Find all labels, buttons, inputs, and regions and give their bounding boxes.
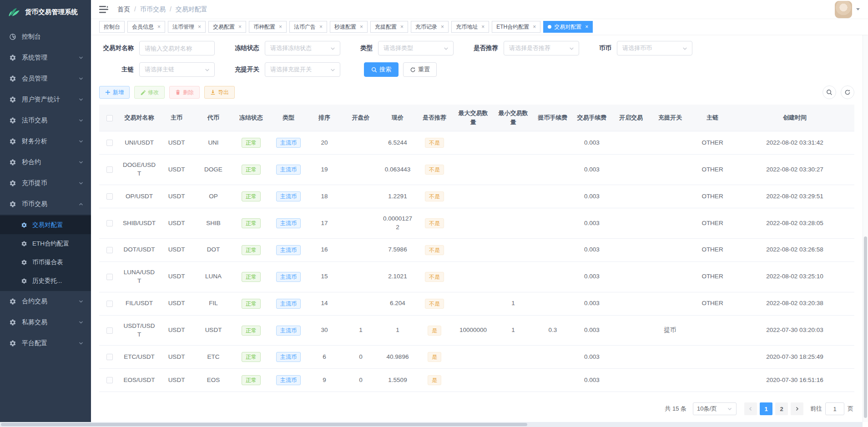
- sidebar-item-second-contract[interactable]: 秒合约: [0, 152, 91, 173]
- next-page-button[interactable]: [791, 402, 803, 415]
- delete-button[interactable]: 删除: [169, 86, 200, 99]
- sidebar-subitem-coin-match-table[interactable]: 币币撮合表: [0, 253, 91, 271]
- search-button[interactable]: 搜索: [364, 62, 399, 77]
- hamburger-icon[interactable]: [99, 5, 108, 14]
- sidebar-item-dashboard[interactable]: 控制台: [0, 26, 91, 47]
- close-icon[interactable]: ×: [279, 24, 282, 30]
- cell-price: 6.204: [379, 292, 416, 315]
- row-checkbox[interactable]: [106, 247, 113, 253]
- select-all-checkbox[interactable]: [106, 115, 113, 121]
- user-menu[interactable]: [835, 1, 860, 18]
- tab-4[interactable]: 币种配置×: [249, 21, 287, 33]
- add-button[interactable]: 新增: [99, 86, 130, 99]
- row-checkbox[interactable]: [106, 220, 113, 226]
- edit-button[interactable]: 修改: [134, 86, 165, 99]
- sidebar-item-platform-config[interactable]: 平台配置: [0, 333, 91, 354]
- horizontal-scrollbar[interactable]: [0, 422, 863, 427]
- sidebar-item-private-trade[interactable]: 私募交易: [0, 312, 91, 333]
- prev-page-button[interactable]: [744, 402, 757, 415]
- table-search-button[interactable]: [823, 85, 836, 99]
- cell-max_qty: [453, 292, 493, 315]
- sidebar-item-member[interactable]: 会员管理: [0, 68, 91, 89]
- tab-label: 交易对配置: [554, 23, 581, 31]
- sidebar-item-contract-trade[interactable]: 合约交易: [0, 291, 91, 312]
- row-checkbox[interactable]: [106, 140, 113, 146]
- cell-recommend: 不是: [416, 208, 453, 239]
- row-checkbox[interactable]: [106, 166, 113, 173]
- goto-page-input[interactable]: [825, 402, 844, 415]
- page-button-1[interactable]: 1: [760, 402, 772, 415]
- vertical-scrollbar-thumb[interactable]: [864, 236, 867, 418]
- recommend-badge: 不是: [425, 245, 444, 255]
- sidebar-item-system[interactable]: 系统管理: [0, 47, 91, 68]
- cell-min_qty: [493, 238, 533, 261]
- chain-select[interactable]: 请选择主链: [139, 62, 215, 77]
- filter-field-pair-name: 交易对名称: [99, 41, 215, 55]
- close-icon[interactable]: ×: [481, 24, 484, 30]
- close-icon[interactable]: ×: [533, 24, 536, 30]
- tab-10[interactable]: ETH合约配置×: [492, 21, 540, 33]
- tab-6[interactable]: 秒速配置×: [330, 21, 368, 33]
- sidebar-subitem-pair-config[interactable]: 交易对配置: [0, 216, 91, 234]
- row-checkbox[interactable]: [106, 274, 113, 280]
- switch-select[interactable]: 请选择充提开关: [265, 62, 340, 77]
- recommend-select[interactable]: 请选择是否推荐: [504, 41, 579, 55]
- close-icon[interactable]: ×: [319, 24, 323, 30]
- tab-label: 交易配置: [213, 23, 235, 31]
- tab-11[interactable]: 交易对配置×: [543, 21, 593, 33]
- row-checkbox[interactable]: [106, 301, 113, 307]
- cell-type: 主流币: [270, 315, 307, 346]
- table-refresh-button[interactable]: [841, 85, 854, 99]
- tab-8[interactable]: 充币记录×: [411, 21, 449, 33]
- close-icon[interactable]: ×: [360, 24, 363, 30]
- cell-price: 1.2291: [379, 185, 416, 208]
- close-icon[interactable]: ×: [157, 24, 161, 30]
- type-badge: 主流币: [276, 165, 301, 175]
- close-icon[interactable]: ×: [400, 24, 404, 30]
- row-checkbox[interactable]: [106, 193, 113, 200]
- row-checkbox[interactable]: [106, 377, 113, 383]
- table-row: EOS/USDTUSDTEOS正常主流币901.5509是0.0032020-0…: [99, 369, 854, 392]
- close-icon[interactable]: ×: [198, 24, 201, 30]
- horizontal-scrollbar-thumb[interactable]: [1, 423, 527, 426]
- tab-1[interactable]: 会员信息×: [127, 21, 165, 33]
- cell-trade_open: [611, 346, 651, 369]
- sidebar-item-user-assets[interactable]: 用户资产统计: [0, 89, 91, 110]
- sidebar-item-coin-trade[interactable]: 币币交易: [0, 194, 91, 215]
- close-icon[interactable]: ×: [585, 24, 588, 30]
- coin-select[interactable]: 请选择币币: [617, 41, 692, 55]
- export-button[interactable]: 导出: [204, 86, 235, 99]
- freeze-status-select[interactable]: 请选择冻结状态: [265, 41, 340, 55]
- sidebar-item-finance[interactable]: 财务分析: [0, 131, 91, 152]
- pair-name-input[interactable]: [139, 41, 215, 55]
- cell-name: OP/USDT: [120, 185, 158, 208]
- breadcrumb-coin-trade[interactable]: 币币交易: [140, 5, 176, 14]
- sidebar-item-fiat-trade[interactable]: 法币交易: [0, 110, 91, 131]
- row-checkbox[interactable]: [106, 354, 113, 360]
- close-icon[interactable]: ×: [441, 24, 444, 30]
- close-icon[interactable]: ×: [238, 24, 242, 30]
- type-select[interactable]: 请选择类型: [378, 41, 454, 55]
- tab-2[interactable]: 法币管理×: [168, 21, 206, 33]
- avatar[interactable]: [835, 1, 852, 18]
- gear-icon: [9, 117, 16, 124]
- page-button-2[interactable]: 2: [775, 402, 788, 415]
- tab-3[interactable]: 交易配置×: [208, 21, 246, 33]
- gear-icon: [9, 298, 16, 305]
- vertical-scrollbar[interactable]: [863, 35, 868, 422]
- sidebar-item-deposit-withdraw[interactable]: 充币提币: [0, 173, 91, 194]
- page-size-select[interactable]: 10条/页: [693, 402, 737, 415]
- row-checkbox[interactable]: [106, 327, 113, 334]
- tab-9[interactable]: 充币地址×: [451, 21, 489, 33]
- tab-7[interactable]: 充提配置×: [370, 21, 408, 33]
- freeze-badge: 正常: [242, 299, 261, 309]
- sidebar-subitem-history-orders[interactable]: 历史委托...: [0, 271, 91, 290]
- reset-button[interactable]: 重置: [403, 62, 437, 77]
- cell-max_qty: [453, 208, 493, 239]
- tab-5[interactable]: 法币广告×: [289, 21, 327, 33]
- breadcrumb-home[interactable]: 首页: [117, 5, 140, 14]
- sidebar-subitem-eth-contract-config[interactable]: ETH合约配置: [0, 234, 91, 253]
- tab-0[interactable]: 控制台: [99, 21, 125, 33]
- cell-token: EOS: [195, 369, 232, 392]
- chevron-down-icon: [78, 76, 84, 81]
